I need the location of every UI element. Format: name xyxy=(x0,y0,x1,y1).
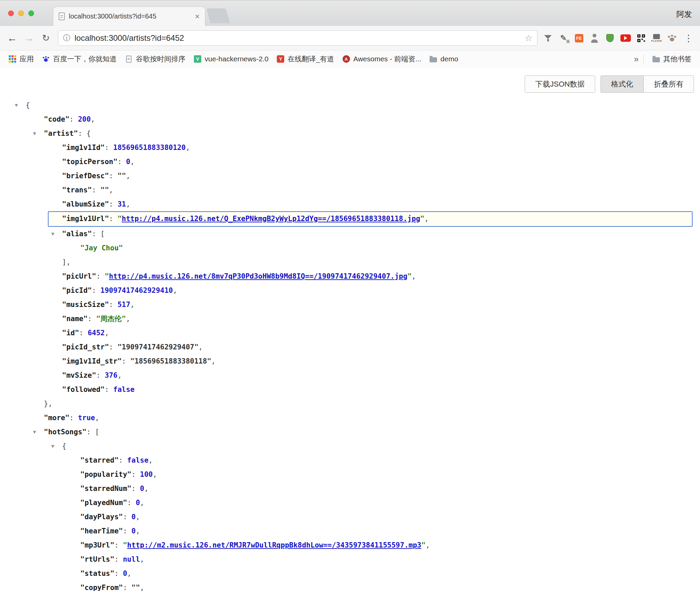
json-link[interactable]: http://m2.music.126.net/RMJR7wDullRqppBk… xyxy=(127,541,421,549)
tampermonkey-extension-icon[interactable] xyxy=(604,32,616,44)
address-bar[interactable]: ⓘ localhost:3000/artists?id=6452 ☆ xyxy=(58,30,537,46)
minimize-window-button[interactable] xyxy=(18,10,24,16)
new-tab-button[interactable] xyxy=(206,8,230,23)
fullscreen-window-button[interactable] xyxy=(28,10,34,16)
json-token: : xyxy=(96,371,105,379)
translate-badge: 英 xyxy=(566,39,570,44)
tab-bar: localhost:3000/artists?id=645 × 阿发 xyxy=(0,0,700,26)
json-token: , xyxy=(426,541,430,549)
fe-extension-icon[interactable]: FE xyxy=(573,32,585,44)
json-token: : xyxy=(109,215,117,223)
json-token: 0 xyxy=(132,527,136,535)
bookmark-item[interactable]: 百度一下，你就知道 xyxy=(38,53,120,65)
window-controls xyxy=(8,10,34,16)
json-token: " xyxy=(421,541,426,549)
collapse-all-button[interactable]: 折叠所有 xyxy=(643,75,694,93)
youtube-extension-icon[interactable] xyxy=(620,32,631,44)
json-line: "albumSize": 31, xyxy=(0,197,700,211)
json-token: : xyxy=(114,541,123,549)
json-token: : xyxy=(92,186,100,194)
bookmark-star-icon[interactable]: ☆ xyxy=(525,33,532,43)
json-line: }, xyxy=(0,397,700,411)
json-token: : xyxy=(79,329,88,337)
json-token: : xyxy=(109,172,117,180)
json-key: "hotSongs" xyxy=(44,428,86,436)
json-key: "more" xyxy=(44,414,69,422)
bookmark-item[interactable]: demo xyxy=(426,54,462,64)
json-token: , xyxy=(144,485,149,493)
folder-icon xyxy=(429,55,437,63)
download-json-button[interactable]: 下载JSON数据 xyxy=(525,75,595,93)
bookmark-item[interactable]: Vvue-hackernews-2.0 xyxy=(190,54,272,64)
collapse-toggle-icon[interactable]: ▼ xyxy=(51,439,54,453)
bookmark-item[interactable]: 谷歌按时间排序 xyxy=(121,53,189,65)
collapse-toggle-icon[interactable]: ▼ xyxy=(33,425,36,439)
other-bookmarks-folder[interactable]: 其他书签 xyxy=(648,53,695,65)
json-token: , xyxy=(130,301,135,309)
bookmarks-overflow-icon[interactable]: » xyxy=(634,54,639,64)
format-button[interactable]: 格式化 xyxy=(601,75,644,93)
json-key: "picUrl" xyxy=(62,272,96,280)
json-line: "rtUrls": null, xyxy=(0,552,700,566)
translate-extension-icon[interactable]: ✎英 xyxy=(558,32,569,44)
paw-blue-icon xyxy=(42,55,50,63)
json-key: "code" xyxy=(44,115,69,123)
json-token: : xyxy=(69,115,78,123)
json-token: : xyxy=(123,527,131,535)
bookmark-item[interactable]: Y在线翻译_有道 xyxy=(273,53,338,65)
qrcode-extension-icon[interactable] xyxy=(635,32,647,44)
page-info-icon[interactable]: ⓘ xyxy=(63,33,70,43)
reload-button[interactable]: ↻ xyxy=(38,34,53,43)
json-line: "briefDesc": "", xyxy=(0,169,700,183)
bookmark-label: 应用 xyxy=(20,54,34,64)
json-token: , xyxy=(130,158,135,166)
json-token: ], xyxy=(62,258,70,266)
url-text[interactable]: localhost:3000/artists?id=6452 xyxy=(75,33,521,43)
json-key: "alias" xyxy=(62,230,92,238)
json-line: "dayPlays": 0, xyxy=(0,510,700,524)
json-key: "id" xyxy=(62,329,79,337)
json-key: "albumSize" xyxy=(62,200,109,208)
person-extension-icon[interactable] xyxy=(589,32,600,44)
collapse-toggle-icon[interactable]: ▼ xyxy=(15,98,18,112)
paw-extension-icon[interactable] xyxy=(666,32,678,44)
json-token: : xyxy=(132,485,140,493)
json-key: "rtUrls" xyxy=(80,555,114,563)
funnel-extension-icon[interactable] xyxy=(542,32,554,44)
json-token: "" xyxy=(100,186,109,194)
collapse-toggle-icon[interactable]: ▼ xyxy=(33,126,36,141)
json-token: : xyxy=(96,272,105,280)
bookmark-item[interactable]: AAwesomes - 前端资... xyxy=(339,53,425,65)
json-line: ▼"alias": [ xyxy=(0,227,700,241)
json-line: ▼{ xyxy=(0,98,700,112)
json-line: "picId": 19097417462929410, xyxy=(0,283,700,298)
json-token: false xyxy=(113,385,135,394)
json-token: 100 xyxy=(140,470,153,478)
json-key: "mvSize" xyxy=(62,371,96,379)
json-line: "hearTime": 0, xyxy=(0,524,700,538)
json-line: "status": 0, xyxy=(0,566,700,581)
chrome-menu-icon[interactable]: ⋮ xyxy=(682,33,695,44)
json-token: " xyxy=(105,272,109,280)
json-key: "playedNum" xyxy=(80,499,127,507)
json-line: "code": 200, xyxy=(0,112,700,126)
json-key: "followed" xyxy=(62,385,105,394)
json-token: 200 xyxy=(78,115,91,123)
json-token: : xyxy=(114,555,123,563)
vue-icon: V xyxy=(194,55,202,63)
forward-button[interactable]: → xyxy=(22,33,36,43)
music-player-extension-icon[interactable]: PLAYER xyxy=(651,32,662,44)
page-favicon-icon xyxy=(59,12,65,20)
json-link[interactable]: http://p4.music.126.net/Q_ExePNkmgB2yWyL… xyxy=(122,215,420,223)
profile-name[interactable]: 阿发 xyxy=(676,9,692,20)
collapse-toggle-icon[interactable]: ▼ xyxy=(51,227,54,241)
bookmark-item[interactable]: 应用 xyxy=(5,53,37,65)
close-window-button[interactable] xyxy=(8,10,14,16)
player-label: PLAYER xyxy=(651,39,662,42)
back-button[interactable]: ← xyxy=(5,33,20,43)
json-link[interactable]: http://p4.music.126.net/8mv7qP30Pd3oHW8b… xyxy=(109,272,407,280)
json-token: , xyxy=(425,215,429,223)
json-token: , xyxy=(126,315,130,323)
tab-close-icon[interactable]: × xyxy=(195,12,200,21)
browser-tab[interactable]: localhost:3000/artists?id=645 × xyxy=(53,6,205,26)
